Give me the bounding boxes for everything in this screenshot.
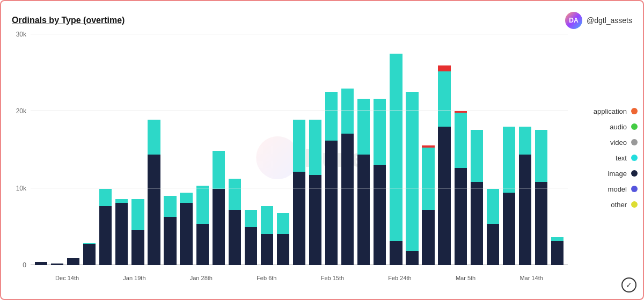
- bar-stack: [99, 189, 112, 265]
- bar-segment-text: [471, 130, 483, 182]
- bar-segment-image: [277, 234, 289, 265]
- legend-dot: [631, 108, 638, 114]
- bar-group: [33, 34, 49, 265]
- bar-stack: [519, 127, 531, 265]
- bar-segment-text: [309, 120, 321, 175]
- y-axis: 30k20k10k0: [1, 34, 31, 281]
- bar-segment-text: [99, 189, 112, 206]
- bar-segment-image: [164, 217, 176, 265]
- bar-group: [243, 34, 259, 265]
- bar-segment-other: [438, 65, 450, 71]
- bar-segment-image: [229, 210, 241, 265]
- bar-stack: [261, 206, 273, 265]
- bar-group: [211, 34, 226, 265]
- legend-dot: [631, 123, 638, 130]
- x-label: Feb 15th: [321, 275, 344, 281]
- legend-label: text: [616, 154, 627, 162]
- bar-segment-image: [438, 127, 450, 265]
- x-axis: Dec 14thJan 19thJan 28thFeb 6thFeb 15thF…: [31, 265, 568, 281]
- legend-label: other: [611, 201, 627, 209]
- bar-segment-text: [261, 206, 273, 234]
- legend-dot: [631, 186, 638, 192]
- bar-group: [195, 34, 210, 265]
- bar-segment-image: [503, 193, 515, 265]
- legend-item: other: [573, 201, 638, 209]
- legend-area: applicationaudiovideotextimagemodelother: [568, 34, 643, 281]
- bar-group: [179, 34, 194, 265]
- legend-label: model: [608, 185, 627, 193]
- bar-group: [356, 34, 371, 265]
- bar-stack: [196, 186, 209, 265]
- bar-segment-text: [390, 54, 402, 240]
- bar-group: [308, 34, 323, 265]
- legend-item: text: [573, 154, 638, 162]
- bar-stack: [67, 258, 79, 265]
- bar-stack: [438, 65, 450, 265]
- bar-segment-text: [277, 213, 289, 234]
- bar-segment-image: [455, 168, 467, 265]
- legend-label: application: [594, 107, 627, 115]
- bar-stack: [406, 92, 418, 265]
- bar-group: [421, 34, 436, 265]
- bar-segment-text: [487, 189, 499, 224]
- bar-segment-text: [245, 210, 257, 227]
- bar-segment-image: [148, 155, 160, 265]
- legend-label: image: [608, 170, 627, 178]
- legend-dot: [631, 170, 638, 177]
- bar-segment-text: [196, 186, 209, 224]
- bar-segment-text: [293, 120, 305, 172]
- bar-segment-image: [115, 203, 128, 265]
- chart-area: 30k20k10k0 Dune Dec 14thJan 19thJan 28th…: [1, 34, 643, 281]
- bar-segment-text: [503, 127, 515, 193]
- bar-segment-image: [390, 241, 402, 265]
- bars-wrapper: [31, 34, 568, 265]
- legend-item: image: [573, 170, 638, 178]
- checkmark-icon: ✓: [621, 277, 636, 292]
- bar-group: [340, 34, 355, 265]
- bar-stack: [374, 99, 386, 265]
- handle-text: @dgtl_assets: [587, 16, 632, 25]
- legend-item: video: [573, 138, 638, 147]
- bar-segment-image: [374, 165, 386, 265]
- bar-segment-text: [164, 196, 176, 217]
- bar-group: [275, 34, 291, 265]
- x-label: Mar 14th: [519, 275, 543, 281]
- y-label: 20k: [16, 107, 26, 115]
- bar-group: [372, 34, 387, 265]
- legend-item: application: [573, 107, 638, 115]
- bar-stack: [487, 189, 499, 265]
- bar-segment-image: [422, 210, 434, 265]
- bar-segment-image: [67, 258, 79, 265]
- bar-group: [324, 34, 339, 265]
- bar-stack: [309, 120, 321, 265]
- x-label: Jan 28th: [190, 275, 213, 281]
- bar-segment-text: [438, 71, 450, 127]
- bar-stack: [180, 193, 192, 265]
- bar-group: [453, 34, 469, 265]
- bar-group: [485, 34, 501, 265]
- bar-group: [227, 34, 243, 265]
- bar-segment-image: [131, 230, 144, 265]
- y-label: 30k: [16, 31, 26, 38]
- legend-label: audio: [610, 123, 627, 131]
- user-handle: DA @dgtl_assets: [565, 12, 632, 29]
- bar-group: [469, 34, 485, 265]
- bar-segment-text: [180, 193, 192, 203]
- bar-stack: [245, 210, 257, 265]
- bar-group: [259, 34, 275, 265]
- legend-dot: [631, 139, 638, 145]
- bar-segment-text: [455, 113, 467, 168]
- bar-group: [65, 34, 81, 265]
- bar-stack: [213, 151, 225, 265]
- bar-segment-text: [229, 179, 241, 210]
- bar-group: [550, 34, 565, 265]
- bar-segment-image: [471, 182, 483, 265]
- bar-group: [98, 34, 113, 265]
- bar-stack: [535, 130, 547, 265]
- legend-label: video: [610, 138, 627, 147]
- avatar: DA: [565, 12, 582, 29]
- bar-segment-text: [374, 99, 386, 165]
- x-labels: Dec 14thJan 19thJan 28thFeb 6thFeb 15thF…: [31, 275, 568, 281]
- y-label: 0: [23, 261, 26, 269]
- grid-line: [31, 188, 568, 188]
